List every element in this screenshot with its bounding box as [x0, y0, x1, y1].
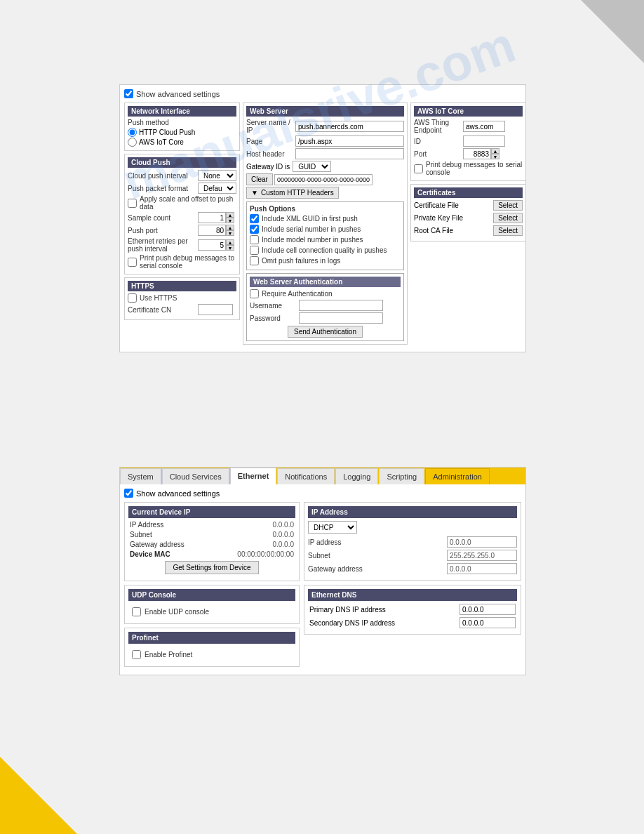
network-interface-header: Network Interface: [128, 106, 236, 117]
device-subnet-label: Subnet: [130, 531, 152, 538]
secondary-dns-label: Secondary DNS IP address: [309, 619, 395, 627]
page-input[interactable]: [295, 135, 404, 147]
cloud-push-interval-select[interactable]: None: [198, 170, 236, 181]
aws-id-row: ID: [414, 135, 523, 147]
private-key-label: Private Key File: [414, 214, 463, 222]
sample-count-label: Sample count: [128, 214, 198, 222]
aws-id-label: ID: [414, 138, 463, 145]
root-ca-label: Root CA File: [414, 227, 453, 234]
eth-retries-input[interactable]: [198, 239, 226, 251]
eth-retries-spinner: ▲ ▼: [198, 239, 234, 251]
enable-profinet-checkbox[interactable]: [132, 650, 141, 659]
print-push-debug-checkbox[interactable]: [128, 258, 137, 267]
aws-print-debug-checkbox[interactable]: [414, 164, 423, 173]
clear-guid-row: Clear: [246, 173, 404, 185]
right-column: AWS IoT Core AWS Thing Endpoint ID Port …: [410, 102, 526, 348]
enable-udp-row: Enable UDP console: [128, 604, 295, 620]
tab-cloud-services[interactable]: Cloud Services: [162, 468, 229, 484]
eth-retries-up[interactable]: ▲: [226, 239, 234, 245]
cert-file-label: Certificate File: [414, 201, 459, 209]
enable-profinet-label: Enable Profinet: [145, 651, 192, 658]
tab-system[interactable]: System: [120, 468, 161, 484]
gateway-field-input[interactable]: [447, 563, 517, 574]
cert-cn-input[interactable]: [198, 304, 233, 315]
dhcp-select[interactable]: DHCP Static: [308, 521, 357, 534]
eth-retries-spinner-btns: ▲ ▼: [226, 239, 234, 251]
tab-logging[interactable]: Logging: [335, 468, 378, 484]
subnet-field-label: Subnet: [308, 552, 330, 560]
aws-port-up[interactable]: ▲: [491, 148, 499, 154]
push-opt2-checkbox[interactable]: [250, 225, 259, 234]
bottom-show-advanced-label: Show advanced settings: [136, 489, 220, 498]
root-ca-select-button[interactable]: Select: [493, 225, 523, 236]
get-settings-button[interactable]: Get Settings from Device: [165, 561, 258, 574]
top-three-columns: Network Interface Push method HTTP Cloud…: [124, 102, 521, 348]
cloud-push-interval-row: Cloud push interval None: [128, 170, 236, 181]
left-column: Network Interface Push method HTTP Cloud…: [124, 102, 240, 348]
tab-scripting[interactable]: Scripting: [379, 468, 424, 484]
server-name-input[interactable]: [295, 121, 404, 132]
http-cloud-push-label: HTTP Cloud Push: [139, 128, 195, 136]
clear-button[interactable]: Clear: [246, 173, 273, 185]
push-packet-format-select[interactable]: Default: [198, 183, 236, 194]
show-advanced-checkbox[interactable]: [124, 89, 133, 98]
aws-iot-core-radio[interactable]: [128, 138, 137, 147]
push-port-input[interactable]: [198, 225, 226, 236]
bottom-show-advanced-checkbox[interactable]: [124, 489, 133, 498]
username-row: Username: [250, 300, 401, 311]
aws-port-input[interactable]: [463, 148, 491, 159]
private-key-select-button[interactable]: Select: [493, 213, 523, 223]
subnet-field-input[interactable]: [447, 550, 517, 561]
gateway-id-row: Gateway ID is GUID: [246, 161, 404, 172]
aws-thing-endpoint-input[interactable]: [463, 121, 505, 132]
push-opt3-checkbox[interactable]: [250, 235, 259, 244]
use-https-checkbox[interactable]: [128, 293, 137, 303]
aws-id-input[interactable]: [463, 135, 505, 147]
sample-count-up[interactable]: ▲: [226, 212, 234, 218]
apply-scale-checkbox[interactable]: [128, 199, 137, 208]
push-opt1-checkbox[interactable]: [250, 214, 259, 223]
gateway-id-select[interactable]: GUID: [293, 161, 331, 172]
cert-file-select-button[interactable]: Select: [493, 200, 523, 211]
web-server-section: Web Server Server name / IP Page Host he…: [243, 102, 408, 345]
use-https-label: Use HTTPS: [140, 294, 177, 302]
sample-count-input[interactable]: [198, 212, 226, 223]
enable-udp-checkbox[interactable]: [132, 607, 141, 616]
require-auth-checkbox[interactable]: [250, 289, 259, 298]
web-server-header: Web Server: [246, 106, 404, 117]
require-auth-row: Require Authentication: [250, 289, 401, 298]
http-cloud-push-radio[interactable]: [128, 128, 137, 137]
aws-port-spinner-btns: ▲ ▼: [491, 148, 499, 159]
push-port-up[interactable]: ▲: [226, 225, 234, 230]
push-method-label: Push method: [128, 119, 198, 126]
ip-field-input[interactable]: [447, 536, 517, 548]
password-input[interactable]: [299, 312, 383, 324]
device-gateway-value: 0.0.0.0: [272, 541, 294, 548]
gray-triangle-decoration: [581, 0, 644, 63]
tab-administration[interactable]: Administration: [425, 468, 490, 484]
push-opt4-checkbox[interactable]: [250, 246, 259, 255]
send-auth-button[interactable]: Send Authentication: [288, 326, 363, 338]
device-gateway-row: Gateway address 0.0.0.0: [128, 541, 295, 548]
eth-retries-down[interactable]: ▼: [226, 245, 234, 251]
require-auth-label: Require Authentication: [262, 290, 333, 298]
push-port-down[interactable]: ▼: [226, 230, 234, 236]
push-packet-format-label: Push packet format: [128, 185, 198, 192]
primary-dns-input[interactable]: [459, 604, 516, 615]
ip-address-section: IP Address DHCP Static IP address Subnet: [304, 502, 521, 581]
username-input[interactable]: [299, 300, 383, 311]
tab-notifications[interactable]: Notifications: [277, 468, 335, 484]
push-method-row: Push method: [128, 119, 236, 126]
guid-input[interactable]: [274, 174, 373, 185]
push-opt1-label: Include XML GUID in first push: [262, 215, 358, 223]
push-opt3-row: Include model number in pushes: [250, 235, 401, 244]
secondary-dns-input[interactable]: [459, 617, 516, 628]
aws-port-down[interactable]: ▼: [491, 154, 499, 159]
push-opt5-checkbox[interactable]: [250, 256, 259, 265]
device-mac-label: Device MAC: [130, 550, 170, 558]
custom-headers-button[interactable]: ▼ Custom HTTP Headers: [246, 187, 339, 199]
tab-ethernet[interactable]: Ethernet: [230, 468, 277, 484]
host-header-input[interactable]: [295, 148, 404, 159]
subnet-field-row: Subnet: [308, 550, 517, 561]
sample-count-down[interactable]: ▼: [226, 218, 234, 223]
